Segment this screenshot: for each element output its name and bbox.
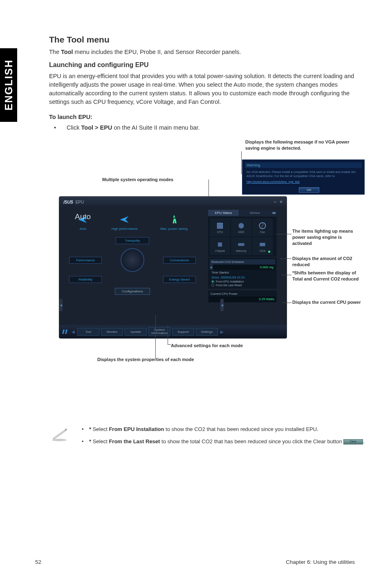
callout-co2: Displays the amount of CO2 reduced <box>292 256 362 268</box>
status-label: VGA <box>260 249 266 252</box>
memory-icon <box>236 240 246 249</box>
configurations-button[interactable]: Configurations <box>115 288 150 295</box>
diagram: Displays the following message if no VGA… <box>49 139 368 409</box>
plane-icon <box>119 214 130 225</box>
note-item-2: * Select From the Last Reset to show the… <box>82 438 365 446</box>
run-icon <box>168 214 180 225</box>
radio-icon <box>211 284 214 287</box>
status-label: Memory <box>236 249 246 252</box>
leader-line <box>168 344 171 345</box>
svg-rect-3 <box>218 242 222 247</box>
leader-line <box>155 315 156 358</box>
mode-high[interactable]: High performance <box>112 214 138 231</box>
warning-title: Warning <box>245 162 362 168</box>
svg-point-1 <box>238 223 244 228</box>
ok-button[interactable]: OK <box>299 187 319 193</box>
note-item-1: * Select From EPU Installation to show t… <box>82 425 365 433</box>
status-memory: Memory <box>231 237 251 255</box>
leader-line <box>241 151 242 174</box>
text: to show the CO2 that has been reduced si… <box>164 426 318 432</box>
nav-update[interactable]: Update <box>125 328 147 336</box>
nav-support[interactable]: Support <box>172 328 194 336</box>
title-bar: /SUS EPU − × <box>59 197 287 207</box>
nav-bar: ⫿⫿ ◀ Tool Monitor Update SystemInformati… <box>59 325 287 338</box>
hdd-icon <box>236 222 246 230</box>
mode-label: High performance <box>112 227 138 231</box>
mode-label: Auto <box>80 227 86 231</box>
fan-icon <box>258 222 267 230</box>
title-left: /SUS EPU <box>63 200 84 204</box>
radio-icon <box>211 280 214 283</box>
chipset-icon <box>215 240 225 249</box>
minimize-icon[interactable]: − <box>273 199 276 205</box>
tranquility-label: Tranquility <box>116 237 150 244</box>
heading-launch-epu: Launching and configuring EPU <box>49 61 368 69</box>
text: to show the total CO2 that has been redu… <box>160 438 343 444</box>
tab-nav-icon[interactable]: ◀▶ <box>271 210 277 216</box>
tuning-knob[interactable] <box>121 248 144 272</box>
status-fan: Fan <box>252 218 273 236</box>
page-number: 52 <box>35 559 41 565</box>
tab-epu-status[interactable]: EPU Status <box>208 210 239 216</box>
leader-line <box>276 234 291 234</box>
knob-area: Performance Convenience <box>66 248 199 272</box>
svg-rect-4 <box>238 243 244 246</box>
status-label: HDD <box>238 231 244 233</box>
status-label: CPU <box>217 231 223 233</box>
close-icon[interactable]: × <box>280 199 282 205</box>
chapter-label: Chapter 6: Using the utilities <box>286 559 355 565</box>
leader-line <box>281 275 291 275</box>
nav-tool[interactable]: Tool <box>77 328 99 336</box>
callout-props: Displays the system properties of each m… <box>97 357 194 363</box>
status-hdd: HDD <box>231 218 251 236</box>
scroll-right-icon[interactable]: ◀ <box>220 299 224 311</box>
nav-monitor[interactable]: Monitor <box>101 328 123 336</box>
page: The Tool menu The Tool menu includes the… <box>0 0 390 449</box>
status-label: Chipset <box>215 249 225 252</box>
text: Information <box>151 331 168 335</box>
status-grid: CPU HDD Fan Chipset Memory VGA <box>208 217 277 257</box>
note-icon <box>49 425 69 442</box>
nav-sysinfo[interactable]: SystemInformation <box>148 327 170 336</box>
tabs: EPU Status Sensor ◀▶ <box>208 210 277 216</box>
svg-rect-5 <box>260 242 265 246</box>
tab-sensor[interactable]: Sensor <box>240 210 270 216</box>
nav-right-icon[interactable]: ▶ <box>220 330 224 334</box>
svg-rect-0 <box>217 223 222 228</box>
leader-line <box>282 303 291 303</box>
bold-text: From the Last Reset <box>109 438 160 444</box>
warning-link[interactable]: http://event.asus.com/mb/epu_vga_list/ <box>245 179 362 184</box>
radio-from-reset[interactable]: From the Last Reset <box>210 283 275 287</box>
status-chipset: Chipset <box>210 237 230 255</box>
emission-nav-icon[interactable]: ◀ <box>210 265 213 270</box>
row2: Reliability Energy Saved <box>66 276 199 283</box>
text: . <box>363 438 365 444</box>
callout-power: Displays the current CPU power <box>292 299 362 305</box>
heading-tool-menu: The Tool menu <box>49 35 368 45</box>
asus-logo: /SUS <box>63 200 73 204</box>
energy-saved-label: Energy Saved <box>163 276 196 283</box>
para-tool-intro: The Tool menu includes the EPU, Probe II… <box>49 48 368 56</box>
para-epu-desc: EPU is an energy-efficient tool that pro… <box>49 72 368 106</box>
epu-window: /SUS EPU − × ◀ ◀ Auto <box>59 196 287 339</box>
power-value: 3.25 Watts <box>209 296 276 302</box>
text: on the AI Suite II main menu bar. <box>112 124 199 131</box>
nav-left-icon[interactable]: ◀ <box>71 330 76 334</box>
epu-right-panel: EPU Status Sensor ◀▶ CPU HDD Fan Chipset… <box>206 207 279 325</box>
status-cpu: CPU <box>210 218 230 236</box>
callout-warn-msg: Displays the following message if no VGA… <box>245 139 352 151</box>
bold-tool: Tool <box>61 49 73 55</box>
mode-max[interactable]: Max. power saving <box>160 214 188 231</box>
launch-step: Click Tool > EPU on the AI Suite II main… <box>65 124 368 131</box>
text: Click <box>67 124 81 131</box>
time-started-value: Since: 2009/01/09 22:24 <box>210 275 275 280</box>
ai-logo-icon: ⫿⫿ <box>62 328 69 335</box>
cpu-icon <box>215 222 225 230</box>
tranquility-row: Tranquility <box>66 237 199 244</box>
text: menu includes the EPU, Probe II, and Sen… <box>73 49 241 55</box>
nav-settings[interactable]: Settings <box>196 328 218 336</box>
clear-button-image <box>343 439 363 444</box>
radio-from-install[interactable]: From EPU Installation <box>210 280 275 283</box>
vga-indicator-icon <box>268 251 270 253</box>
warning-dialog: Warning No VGA detected. Please install … <box>242 159 365 195</box>
